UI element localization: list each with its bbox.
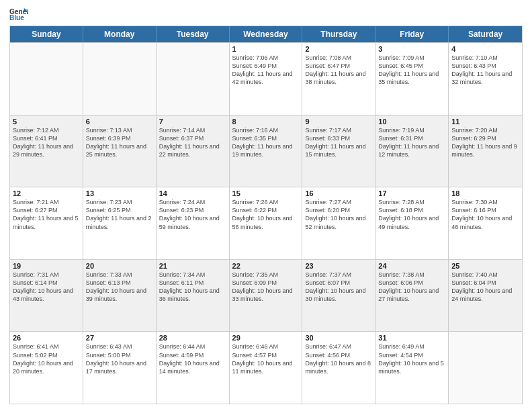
day-number: 28 xyxy=(159,334,226,342)
day-info: Sunrise: 7:19 AM Sunset: 6:31 PM Dayligh… xyxy=(378,126,445,159)
calendar-cell: 18Sunrise: 7:30 AM Sunset: 6:16 PM Dayli… xyxy=(449,187,522,259)
calendar-cell: 9Sunrise: 7:17 AM Sunset: 6:33 PM Daylig… xyxy=(302,116,375,187)
calendar-row-3: 12Sunrise: 7:21 AM Sunset: 6:27 PM Dayli… xyxy=(10,187,522,259)
calendar: SundayMondayTuesdayWednesdayThursdayFrid… xyxy=(9,26,523,404)
calendar-cell: 20Sunrise: 7:33 AM Sunset: 6:13 PM Dayli… xyxy=(83,260,157,332)
weekday-header-thursday: Thursday xyxy=(302,26,375,42)
day-info: Sunrise: 6:47 AM Sunset: 4:56 PM Dayligh… xyxy=(305,342,372,375)
day-number: 16 xyxy=(305,189,372,197)
day-info: Sunrise: 7:06 AM Sunset: 6:49 PM Dayligh… xyxy=(232,54,300,87)
day-number: 4 xyxy=(451,45,519,53)
calendar-cell: 24Sunrise: 7:38 AM Sunset: 6:06 PM Dayli… xyxy=(375,260,449,332)
day-info: Sunrise: 7:30 AM Sunset: 6:16 PM Dayligh… xyxy=(451,198,519,231)
day-info: Sunrise: 7:40 AM Sunset: 6:04 PM Dayligh… xyxy=(451,271,519,304)
calendar-cell: 8Sunrise: 7:16 AM Sunset: 6:35 PM Daylig… xyxy=(230,116,303,187)
day-info: Sunrise: 7:16 AM Sunset: 6:35 PM Dayligh… xyxy=(232,126,300,159)
day-info: Sunrise: 7:37 AM Sunset: 6:07 PM Dayligh… xyxy=(305,271,372,304)
calendar-row-4: 19Sunrise: 7:31 AM Sunset: 6:14 PM Dayli… xyxy=(10,259,522,332)
calendar-cell xyxy=(157,43,230,115)
calendar-cell: 13Sunrise: 7:23 AM Sunset: 6:25 PM Dayli… xyxy=(83,187,157,259)
calendar-cell: 27Sunrise: 6:43 AM Sunset: 5:00 PM Dayli… xyxy=(83,332,157,404)
calendar-cell: 11Sunrise: 7:20 AM Sunset: 6:29 PM Dayli… xyxy=(449,116,522,187)
weekday-header-saturday: Saturday xyxy=(449,26,522,42)
calendar-cell: 14Sunrise: 7:24 AM Sunset: 6:23 PM Dayli… xyxy=(157,187,230,259)
calendar-cell: 17Sunrise: 7:28 AM Sunset: 6:18 PM Dayli… xyxy=(375,187,449,259)
calendar-cell: 15Sunrise: 7:26 AM Sunset: 6:22 PM Dayli… xyxy=(230,187,303,259)
day-info: Sunrise: 7:17 AM Sunset: 6:33 PM Dayligh… xyxy=(305,126,372,159)
day-info: Sunrise: 7:09 AM Sunset: 6:45 PM Dayligh… xyxy=(378,54,445,87)
logo: General Blue xyxy=(9,7,28,21)
day-number: 21 xyxy=(159,262,226,270)
day-number: 27 xyxy=(86,334,153,342)
day-info: Sunrise: 7:33 AM Sunset: 6:13 PM Dayligh… xyxy=(86,271,153,304)
calendar-cell: 16Sunrise: 7:27 AM Sunset: 6:20 PM Dayli… xyxy=(302,187,375,259)
svg-text:Blue: Blue xyxy=(9,14,24,21)
calendar-cell: 2Sunrise: 7:08 AM Sunset: 6:47 PM Daylig… xyxy=(302,43,375,115)
day-number: 22 xyxy=(232,262,300,270)
day-info: Sunrise: 7:38 AM Sunset: 6:06 PM Dayligh… xyxy=(378,271,445,304)
weekday-header-wednesday: Wednesday xyxy=(230,26,303,42)
calendar-cell: 23Sunrise: 7:37 AM Sunset: 6:07 PM Dayli… xyxy=(302,260,375,332)
day-number: 11 xyxy=(451,118,519,126)
day-info: Sunrise: 7:20 AM Sunset: 6:29 PM Dayligh… xyxy=(451,126,519,159)
day-number: 19 xyxy=(13,262,80,270)
calendar-cell: 4Sunrise: 7:10 AM Sunset: 6:43 PM Daylig… xyxy=(449,43,522,115)
day-info: Sunrise: 7:12 AM Sunset: 6:41 PM Dayligh… xyxy=(13,126,80,159)
calendar-cell: 26Sunrise: 6:41 AM Sunset: 5:02 PM Dayli… xyxy=(10,332,83,404)
calendar-cell: 6Sunrise: 7:13 AM Sunset: 6:39 PM Daylig… xyxy=(83,116,157,187)
day-number: 26 xyxy=(13,334,80,342)
header: General Blue xyxy=(9,7,523,21)
day-number: 6 xyxy=(86,118,153,126)
day-info: Sunrise: 7:26 AM Sunset: 6:22 PM Dayligh… xyxy=(232,198,300,231)
day-info: Sunrise: 7:08 AM Sunset: 6:47 PM Dayligh… xyxy=(305,54,372,87)
calendar-cell: 1Sunrise: 7:06 AM Sunset: 6:49 PM Daylig… xyxy=(230,43,303,115)
day-number: 9 xyxy=(305,118,372,126)
day-number: 18 xyxy=(451,189,519,197)
calendar-cell xyxy=(449,332,522,404)
day-number: 31 xyxy=(378,334,445,342)
weekday-header-friday: Friday xyxy=(375,26,449,42)
day-info: Sunrise: 6:44 AM Sunset: 4:59 PM Dayligh… xyxy=(159,342,226,375)
calendar-cell xyxy=(83,43,157,115)
day-number: 3 xyxy=(378,45,445,53)
day-number: 2 xyxy=(305,45,372,53)
weekday-header-tuesday: Tuesday xyxy=(157,26,230,42)
day-number: 23 xyxy=(305,262,372,270)
calendar-cell: 19Sunrise: 7:31 AM Sunset: 6:14 PM Dayli… xyxy=(10,260,83,332)
day-number: 12 xyxy=(13,189,80,197)
day-info: Sunrise: 7:23 AM Sunset: 6:25 PM Dayligh… xyxy=(86,198,153,231)
calendar-cell: 30Sunrise: 6:47 AM Sunset: 4:56 PM Dayli… xyxy=(302,332,375,404)
calendar-cell: 28Sunrise: 6:44 AM Sunset: 4:59 PM Dayli… xyxy=(157,332,230,404)
day-number: 15 xyxy=(232,189,300,197)
calendar-body: 1Sunrise: 7:06 AM Sunset: 6:49 PM Daylig… xyxy=(10,42,522,404)
calendar-cell xyxy=(10,43,83,115)
calendar-cell: 22Sunrise: 7:35 AM Sunset: 6:09 PM Dayli… xyxy=(230,260,303,332)
day-number: 17 xyxy=(378,189,445,197)
day-number: 24 xyxy=(378,262,445,270)
day-info: Sunrise: 6:41 AM Sunset: 5:02 PM Dayligh… xyxy=(13,342,80,375)
calendar-row-1: 1Sunrise: 7:06 AM Sunset: 6:49 PM Daylig… xyxy=(10,42,522,115)
day-info: Sunrise: 7:27 AM Sunset: 6:20 PM Dayligh… xyxy=(305,198,372,231)
calendar-cell: 21Sunrise: 7:34 AM Sunset: 6:11 PM Dayli… xyxy=(157,260,230,332)
day-number: 5 xyxy=(13,118,80,126)
calendar-row-5: 26Sunrise: 6:41 AM Sunset: 5:02 PM Dayli… xyxy=(10,331,522,404)
logo-icon: General Blue xyxy=(9,7,28,21)
day-number: 13 xyxy=(86,189,153,197)
weekday-header-monday: Monday xyxy=(83,26,157,42)
day-number: 25 xyxy=(451,262,519,270)
day-info: Sunrise: 7:35 AM Sunset: 6:09 PM Dayligh… xyxy=(232,271,300,304)
calendar-cell: 7Sunrise: 7:14 AM Sunset: 6:37 PM Daylig… xyxy=(157,116,230,187)
day-number: 29 xyxy=(232,334,300,342)
day-info: Sunrise: 6:43 AM Sunset: 5:00 PM Dayligh… xyxy=(86,342,153,375)
calendar-cell: 12Sunrise: 7:21 AM Sunset: 6:27 PM Dayli… xyxy=(10,187,83,259)
day-number: 20 xyxy=(86,262,153,270)
day-info: Sunrise: 7:10 AM Sunset: 6:43 PM Dayligh… xyxy=(451,54,519,87)
day-info: Sunrise: 7:24 AM Sunset: 6:23 PM Dayligh… xyxy=(159,198,226,231)
day-number: 7 xyxy=(159,118,226,126)
day-info: Sunrise: 7:21 AM Sunset: 6:27 PM Dayligh… xyxy=(13,198,80,231)
calendar-cell: 29Sunrise: 6:46 AM Sunset: 4:57 PM Dayli… xyxy=(230,332,303,404)
day-number: 30 xyxy=(305,334,372,342)
day-info: Sunrise: 6:49 AM Sunset: 4:54 PM Dayligh… xyxy=(378,342,445,375)
day-info: Sunrise: 6:46 AM Sunset: 4:57 PM Dayligh… xyxy=(232,342,300,375)
day-number: 14 xyxy=(159,189,226,197)
